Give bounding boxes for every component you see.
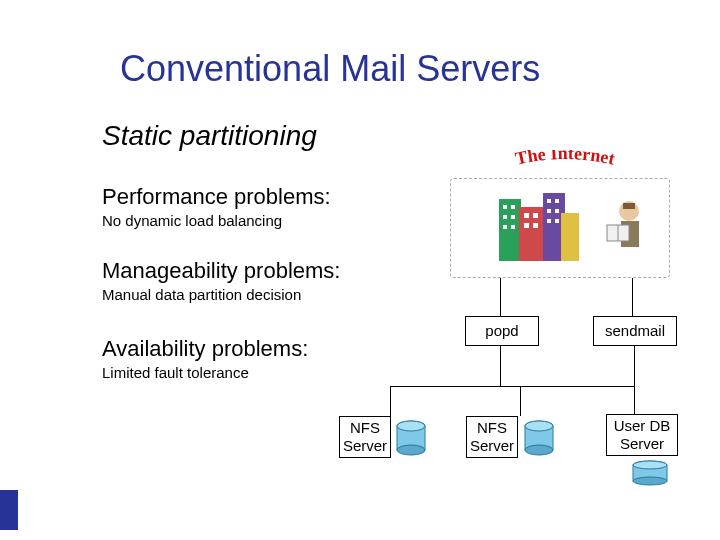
connector-line <box>634 386 635 414</box>
disk-icon <box>632 460 668 486</box>
connector-line <box>390 386 391 416</box>
svg-text:The Internet: The Internet <box>513 150 617 169</box>
svg-point-32 <box>525 445 553 455</box>
section-manageability: Manageability problems: Manual data part… <box>102 258 402 303</box>
section-subtext: Manual data partition decision <box>102 286 402 303</box>
userdb-server-box: User DB Server <box>606 414 678 456</box>
svg-rect-15 <box>547 199 551 203</box>
accent-bar <box>0 490 18 530</box>
svg-rect-4 <box>561 213 579 261</box>
section-availability: Availability problems: Limited fault tol… <box>102 336 402 381</box>
svg-point-33 <box>525 421 553 431</box>
section-heading: Manageability problems: <box>102 258 402 284</box>
svg-rect-11 <box>524 213 529 218</box>
buildings-icon <box>499 193 579 261</box>
connector-line <box>632 278 633 316</box>
connector-line <box>390 386 634 387</box>
svg-rect-13 <box>524 223 529 228</box>
svg-rect-1 <box>499 199 521 261</box>
section-heading: Performance problems: <box>102 184 402 210</box>
svg-rect-17 <box>547 209 551 213</box>
svg-rect-8 <box>511 215 515 219</box>
svg-point-37 <box>633 461 667 469</box>
internet-wordart-icon: The Internet <box>480 150 650 178</box>
svg-point-29 <box>397 421 425 431</box>
connector-line <box>520 386 521 416</box>
disk-icon <box>524 420 554 456</box>
svg-rect-14 <box>533 223 538 228</box>
connector-line <box>500 346 501 386</box>
person-reading-icon <box>607 201 639 247</box>
svg-rect-9 <box>503 225 507 229</box>
section-performance: Performance problems: No dynamic load ba… <box>102 184 402 229</box>
svg-rect-7 <box>503 215 507 219</box>
svg-rect-20 <box>555 219 559 223</box>
svg-rect-22 <box>623 203 635 209</box>
slide-subtitle: Static partitioning <box>102 120 317 152</box>
disk-icon <box>396 420 426 456</box>
section-heading: Availability problems: <box>102 336 402 362</box>
nfs-server-box: NFS Server <box>466 416 518 458</box>
section-subtext: No dynamic load balancing <box>102 212 402 229</box>
svg-rect-19 <box>547 219 551 223</box>
nfs-server-box: NFS Server <box>339 416 391 458</box>
internet-clipart <box>450 178 670 278</box>
svg-rect-10 <box>511 225 515 229</box>
popd-box: popd <box>465 316 539 346</box>
connector-line <box>500 278 501 316</box>
clipart-icon <box>451 179 671 279</box>
svg-rect-2 <box>519 207 545 261</box>
slide-title: Conventional Mail Servers <box>120 48 680 90</box>
svg-rect-6 <box>511 205 515 209</box>
connector-line <box>634 346 635 386</box>
svg-rect-12 <box>533 213 538 218</box>
sendmail-box: sendmail <box>593 316 677 346</box>
svg-rect-5 <box>503 205 507 209</box>
svg-rect-18 <box>555 209 559 213</box>
svg-point-28 <box>397 445 425 455</box>
section-subtext: Limited fault tolerance <box>102 364 402 381</box>
svg-rect-16 <box>555 199 559 203</box>
svg-point-36 <box>633 477 667 485</box>
